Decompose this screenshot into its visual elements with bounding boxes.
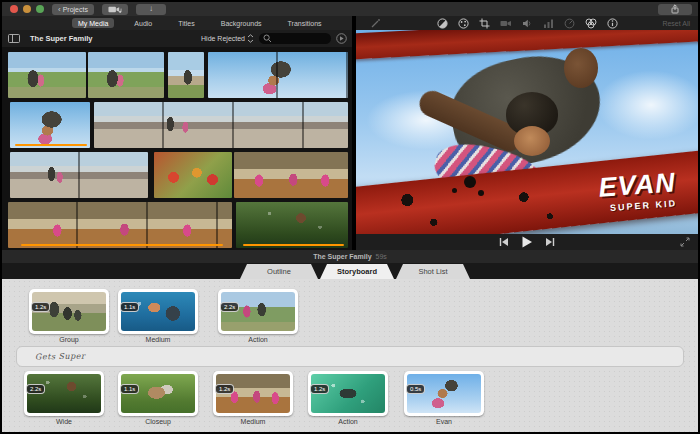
down-arrow-icon: ↓ xyxy=(149,5,153,13)
project-name: The Super Family xyxy=(313,253,371,260)
enhance-wand-icon[interactable] xyxy=(370,18,381,29)
previous-frame-button[interactable] xyxy=(499,237,509,247)
share-button[interactable] xyxy=(658,4,692,15)
camera-media-icon xyxy=(108,5,122,14)
storyboard-tabband: Outline Storyboard Shot List xyxy=(2,263,698,279)
duration-badge: 1.2s xyxy=(215,384,234,394)
search-icon xyxy=(263,34,272,43)
project-info-bar: The Super Family 59s xyxy=(2,250,698,263)
tab-my-media[interactable]: My Media xyxy=(72,18,114,28)
media-clip-filmstrip[interactable] xyxy=(94,102,348,148)
media-browser xyxy=(2,47,352,250)
red-paint-stripe-top xyxy=(356,30,698,60)
sidebar-toggle-icon[interactable] xyxy=(8,34,20,43)
media-tabs-bar: My Media Audio Titles Backgrounds Transi… xyxy=(2,16,352,30)
media-clip-filmstrip[interactable] xyxy=(10,102,90,148)
title-main-text: EVAN xyxy=(598,169,677,201)
share-icon xyxy=(670,4,680,14)
duration-badge: 1.1s xyxy=(120,384,139,394)
media-clip-filmstrip[interactable] xyxy=(8,52,86,98)
tab-audio[interactable]: Audio xyxy=(128,18,158,28)
kid-face xyxy=(514,126,550,156)
media-clip-filmstrip[interactable] xyxy=(168,52,204,98)
ink-splat xyxy=(452,188,457,193)
crop-icon[interactable] xyxy=(479,18,490,29)
section-title: Gets Super xyxy=(35,352,85,362)
storyboard-clip-medium-2[interactable]: 1.2s xyxy=(213,371,293,416)
library-header: The Super Family Hide Rejected xyxy=(2,30,352,47)
imovie-window: ‹ Projects ↓ My Media Audio Titles B xyxy=(0,0,700,434)
duration-badge: 1.1s xyxy=(120,302,139,312)
clip-label: Action xyxy=(218,336,298,343)
popup-chevrons-icon xyxy=(247,34,254,43)
storyboard-clip-evan[interactable]: 0.5s xyxy=(404,371,484,416)
clip-label: Group xyxy=(29,336,109,343)
zoom-window-button[interactable] xyxy=(36,5,44,13)
media-clip-filmstrip[interactable] xyxy=(8,202,232,248)
tab-storyboard[interactable]: Storyboard xyxy=(320,264,394,279)
media-clip-filmstrip[interactable] xyxy=(88,52,164,98)
playback-controls xyxy=(356,234,698,250)
hide-rejected-popup[interactable]: Hide Rejected xyxy=(201,34,254,43)
color-correction-palette-icon[interactable] xyxy=(458,18,469,29)
duration-badge: 0.5s xyxy=(406,384,425,394)
next-frame-button[interactable] xyxy=(545,237,555,247)
duration-badge: 1.2s xyxy=(31,302,50,312)
cloud-shape xyxy=(596,70,698,140)
stabilization-camera-icon[interactable] xyxy=(500,18,512,29)
viewer-toolbar: Reset All xyxy=(356,16,698,30)
close-window-button[interactable] xyxy=(10,5,18,13)
media-clip-filmstrip[interactable] xyxy=(10,152,148,198)
storyboard-clip-action-1[interactable]: 2.2s xyxy=(218,289,298,334)
storyboard-clip-action-2[interactable]: 1.2s xyxy=(308,371,388,416)
storyboard-clip-group[interactable]: 1.2s xyxy=(29,289,109,334)
tab-outline[interactable]: Outline xyxy=(240,264,318,279)
storyboard-clip-medium-1[interactable]: 1.1s xyxy=(118,289,198,334)
storyboard-content: 1.2s Group 1.1s Medium 2.2s Action Gets … xyxy=(2,279,698,432)
media-clip-filmstrip[interactable] xyxy=(236,202,348,248)
ink-splat xyxy=(464,176,476,188)
clip-filter-circles-icon[interactable] xyxy=(585,18,597,29)
info-icon[interactable] xyxy=(607,18,618,29)
ink-splat xyxy=(478,190,484,196)
clip-label: Medium xyxy=(118,336,198,343)
play-button[interactable] xyxy=(521,236,533,248)
storyboard-section-gets-super[interactable]: Gets Super xyxy=(16,346,684,367)
clip-label: Evan xyxy=(404,418,484,425)
tab-backgrounds[interactable]: Backgrounds xyxy=(215,18,268,28)
content-nav-button[interactable] xyxy=(336,33,347,44)
download-button[interactable]: ↓ xyxy=(136,4,166,15)
import-media-button[interactable] xyxy=(102,4,128,15)
duration-badge: 2.2s xyxy=(220,302,239,312)
storyboard-clip-closeup[interactable]: 1.1s xyxy=(118,371,198,416)
clip-label: Closeup xyxy=(118,418,198,425)
media-clip-filmstrip[interactable] xyxy=(234,152,348,198)
back-chevron-icon: ‹ xyxy=(58,5,61,14)
projects-button[interactable]: ‹ Projects xyxy=(52,4,94,15)
tab-titles[interactable]: Titles xyxy=(172,18,200,28)
window-toolbar: ‹ Projects ↓ xyxy=(2,2,698,16)
noise-equalizer-icon[interactable] xyxy=(543,18,554,29)
viewer-canvas: EVAN SUPER KID xyxy=(356,30,698,234)
minimize-window-button[interactable] xyxy=(23,5,31,13)
title-overlay: EVAN SUPER KID xyxy=(598,169,678,213)
search-input[interactable] xyxy=(259,33,331,44)
media-clip-filmstrip[interactable] xyxy=(154,152,232,198)
clip-label: Wide xyxy=(24,418,104,425)
clip-label: Action xyxy=(308,418,388,425)
speed-icon[interactable] xyxy=(564,18,575,29)
tab-transitions[interactable]: Transitions xyxy=(282,18,328,28)
volume-icon[interactable] xyxy=(522,18,533,29)
library-title: The Super Family xyxy=(30,34,93,43)
father-head xyxy=(564,48,598,88)
duration-badge: 1.2s xyxy=(310,384,329,394)
media-clip-filmstrip[interactable] xyxy=(208,52,348,98)
tab-shot-list[interactable]: Shot List xyxy=(396,264,470,279)
project-duration: 59s xyxy=(376,253,387,260)
storyboard-clip-wide[interactable]: 2.2s xyxy=(24,371,104,416)
duration-badge: 2.2s xyxy=(26,384,45,394)
color-balance-icon[interactable] xyxy=(437,18,448,29)
fullscreen-icon[interactable] xyxy=(680,237,690,247)
clip-label: Medium xyxy=(213,418,293,425)
reset-all-button[interactable]: Reset All xyxy=(662,20,690,27)
